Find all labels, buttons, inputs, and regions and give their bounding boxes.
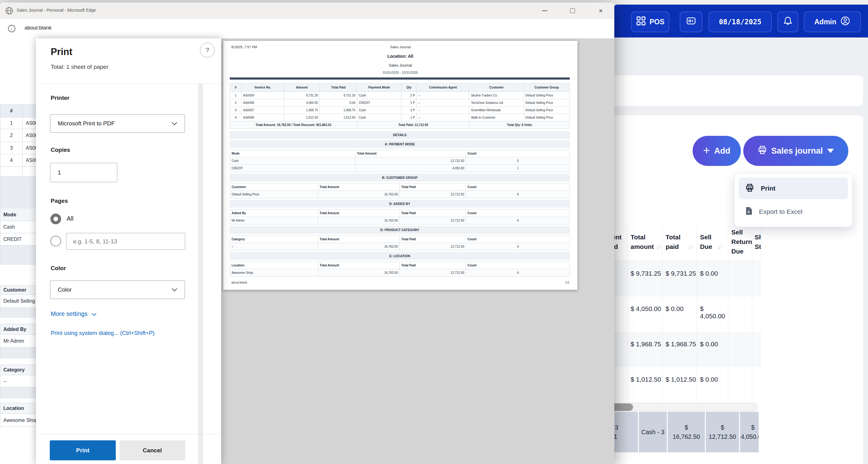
column-header-sell-return-due[interactable]: Sell Return Due bbox=[728, 227, 752, 261]
sales-journal-button-label: Sales journal bbox=[771, 146, 823, 156]
pages-all-label: All bbox=[67, 215, 73, 222]
section-a-row: CREDIT 4,050.00 1 bbox=[230, 165, 570, 172]
cancel-button[interactable]: Cancel bbox=[120, 440, 185, 460]
notifications-button[interactable] bbox=[777, 11, 798, 32]
divider bbox=[36, 434, 221, 434]
pages-all-radio[interactable] bbox=[50, 213, 61, 224]
report-row: 2AS0008 4,050.000.00 CREDIT1 P --TechZon… bbox=[230, 99, 570, 107]
svg-text:x: x bbox=[748, 209, 750, 214]
behind-category-row: -- bbox=[0, 375, 36, 387]
sort-icon[interactable] bbox=[718, 242, 722, 252]
grid-icon bbox=[636, 16, 646, 28]
printer-icon bbox=[745, 183, 754, 194]
behind-index-header: # bbox=[0, 105, 36, 117]
window-title: Sales Journal - Personal - Microsoft Edg… bbox=[17, 8, 96, 12]
url-text: about:blank bbox=[25, 25, 52, 31]
printer-select[interactable]: Microsoft Print to PDF bbox=[50, 114, 185, 133]
print-preview-sheet: 8/18/25, 7:57 PM Sales Journal Location:… bbox=[223, 41, 578, 290]
behind-row: 4AS0006 bbox=[0, 154, 36, 167]
behind-filler bbox=[0, 177, 36, 209]
printer-label: Printer bbox=[51, 95, 69, 102]
behind-mode-row: CREDIT bbox=[0, 233, 36, 245]
print-confirm-button[interactable]: Print bbox=[50, 440, 116, 460]
calculator-icon bbox=[686, 16, 696, 27]
behind-location-header: Location bbox=[0, 403, 36, 414]
info-icon[interactable]: i bbox=[7, 24, 17, 35]
cell-total-paid: $ 1,012.50 bbox=[662, 367, 697, 403]
bell-icon bbox=[783, 16, 793, 28]
edge-urlbar[interactable]: i about:blank bbox=[0, 19, 614, 39]
sort-icon[interactable] bbox=[656, 242, 661, 252]
preview-location-line: Location: All bbox=[223, 54, 578, 59]
behind-customer-row: Default Selling Price bbox=[0, 295, 36, 308]
behind-customer-header: Customer bbox=[0, 286, 36, 295]
section-b-title: B: CUSTOMER GROUP bbox=[230, 174, 570, 181]
help-button[interactable] bbox=[200, 43, 215, 57]
svg-text:i: i bbox=[11, 27, 12, 31]
behind-added-by-row: Mr Admin bbox=[0, 335, 36, 348]
column-header-sell-due[interactable]: Sell Due bbox=[697, 227, 728, 261]
column-header-total-amount[interactable]: Total amount bbox=[627, 227, 662, 261]
date-button[interactable]: 08/18/2025 bbox=[709, 11, 772, 32]
totals-total-amount: $ 16,762.50 bbox=[668, 412, 705, 452]
report-content: #Invoice No. AmountTotal Paid Payment Mo… bbox=[230, 83, 570, 277]
invoice-no: AS0006 bbox=[23, 157, 36, 163]
cell-total-paid: $ 9,731.25 bbox=[662, 261, 697, 296]
minimize-button[interactable] bbox=[536, 2, 554, 19]
section-c-row: Mr Admin 16,762.50 12,712.50 4 bbox=[230, 217, 570, 224]
invoice-no: AS0007 bbox=[23, 145, 36, 151]
dialog-total-sheets: Total: 1 sheet of paper bbox=[51, 64, 108, 70]
pages-custom-radio[interactable] bbox=[50, 236, 61, 246]
close-button[interactable] bbox=[592, 2, 610, 19]
register-button[interactable] bbox=[680, 11, 703, 32]
menu-item-export-excel[interactable]: x Export to Excel bbox=[739, 201, 848, 223]
chevron-down-icon bbox=[172, 286, 177, 293]
cell-total-paid: $ 1,968.75 bbox=[662, 332, 697, 367]
preview-page-indicator: 1/1 bbox=[565, 281, 569, 284]
dialog-scrollbar[interactable] bbox=[198, 84, 203, 464]
cell-sell-due: $ 0.00 bbox=[697, 367, 728, 403]
pos-button[interactable]: POS bbox=[631, 11, 669, 32]
copies-label: Copies bbox=[51, 147, 70, 153]
pages-range-input[interactable] bbox=[66, 233, 185, 250]
column-header-total-paid[interactable]: Total paid bbox=[662, 227, 697, 261]
cell-total-amount: $ 4,050.00 bbox=[627, 296, 662, 332]
column-header-shipping-status[interactable]: Shipping Status bbox=[752, 227, 761, 261]
maximize-button[interactable] bbox=[564, 2, 582, 19]
section-b-header: Customer Total Amount Total Paid Count bbox=[230, 183, 570, 191]
color-select[interactable]: Color bbox=[50, 281, 185, 299]
section-a-header: Mode Total Amount Count bbox=[230, 150, 570, 157]
admin-menu-button[interactable]: Admin bbox=[804, 11, 861, 32]
preview-date-range: 01/01/2025 - 12/31/2025 bbox=[223, 71, 578, 75]
cell-total-amount: $ 1,968.75 bbox=[627, 332, 662, 367]
more-settings-link[interactable]: More settings bbox=[51, 310, 96, 317]
preview-report-title: Sales Journal bbox=[223, 63, 578, 67]
report-row: 1AS0009 9,731.259,731.25 Cash2 P --Skyli… bbox=[230, 92, 570, 99]
globe-icon bbox=[5, 6, 13, 16]
behind-row: 3AS0007 bbox=[0, 142, 36, 154]
copies-input[interactable] bbox=[50, 163, 117, 182]
section-d-title: D: PRODUCT CATEGORY bbox=[230, 226, 570, 234]
sort-icon[interactable] bbox=[688, 242, 692, 252]
system-dialog-link[interactable]: Print using system dialog... (Ctrl+Shift… bbox=[51, 330, 155, 337]
menu-item-print[interactable]: Print bbox=[739, 178, 848, 199]
sales-journal-dropdown: Print x Export to Excel bbox=[734, 173, 852, 227]
behind-mode-header: Mode bbox=[0, 209, 36, 221]
sales-journal-button[interactable]: Sales journal bbox=[743, 136, 848, 166]
chevron-down-icon bbox=[827, 149, 834, 153]
print-dialog: Print Total: 1 sheet of paper Printer Mi… bbox=[36, 38, 221, 464]
add-button-label: Add bbox=[714, 146, 730, 156]
behind-location-row: Awesome Shop bbox=[0, 414, 36, 427]
pages-label: Pages bbox=[51, 198, 68, 204]
behind-filler bbox=[0, 387, 36, 399]
add-button[interactable]: + Add bbox=[693, 136, 741, 166]
behind-filler bbox=[0, 348, 36, 358]
pos-button-label: POS bbox=[650, 18, 665, 26]
horizontal-scrollbar[interactable] bbox=[593, 403, 758, 411]
app-header: POS 08/18/2025 Admin bbox=[613, 5, 868, 37]
menu-item-print-label: Print bbox=[761, 185, 776, 192]
behind-filler bbox=[0, 245, 36, 265]
menu-item-export-label: Export to Excel bbox=[759, 208, 802, 215]
edge-titlebar[interactable]: Sales Journal - Personal - Microsoft Edg… bbox=[0, 2, 614, 19]
section-e-row: Awesome Shop 16,762.50 12,712.50 4 bbox=[230, 269, 570, 277]
